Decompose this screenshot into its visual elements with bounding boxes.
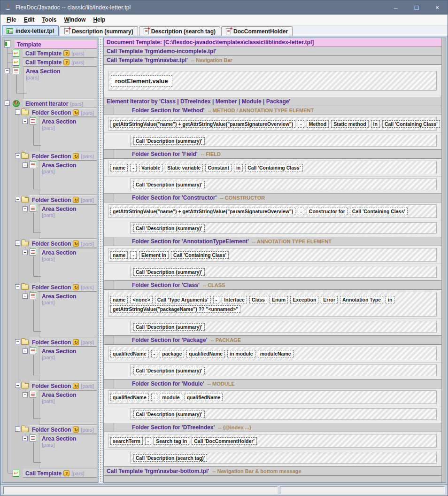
template-chip[interactable]: Element in (139, 251, 169, 259)
template-chip[interactable]: in (371, 120, 380, 128)
close-button[interactable]: × (427, 0, 448, 15)
tree-expand-toggle[interactable] (23, 163, 28, 168)
template-chip[interactable]: module (160, 394, 182, 401)
tree-node-folder-section[interactable]: Folder Section↻[pars] (30, 425, 97, 434)
template-chip[interactable]: Variable (139, 164, 162, 171)
tree-expand-toggle[interactable] (23, 392, 28, 397)
template-chip[interactable]: - (298, 120, 304, 128)
tree-node-call-template[interactable]: Call Template?[pars] (23, 58, 97, 67)
template-chip[interactable]: Static method (331, 120, 368, 128)
tree-node-folder-section[interactable]: Folder Section↻[pars] (30, 108, 97, 117)
template-chip[interactable]: qualifiedName (110, 350, 149, 357)
tree-node-folder-section[interactable]: Folder Section↻[pars] (30, 283, 97, 292)
template-chip[interactable]: name (110, 296, 128, 303)
template-chip[interactable]: Enum (270, 296, 288, 303)
scrollbar-track[interactable] (441, 38, 446, 482)
tree-expand-toggle[interactable] (5, 101, 10, 106)
folder-section-header[interactable]: Folder Section for 'DTreeIndex' -- {@ind… (104, 423, 441, 432)
template-chip[interactable]: getAttrStringValue("name") + getAttrStri… (110, 208, 295, 215)
template-chip[interactable]: Error (321, 296, 338, 303)
template-chip[interactable]: - (130, 164, 137, 171)
tab-doccommentholder[interactable]: DocCommentHolder (221, 26, 293, 36)
menu-tools[interactable]: Tools (38, 15, 60, 24)
template-chip[interactable]: - (130, 251, 137, 259)
folder-section-header[interactable]: Folder Section for 'Method' -- METHOD / … (104, 106, 441, 115)
tree-node-folder-section[interactable]: Folder Section↻[pars] (30, 381, 97, 390)
tree-expand-toggle[interactable] (15, 383, 20, 388)
splitter-handle[interactable] (98, 38, 103, 483)
template-chip[interactable]: qualifiedName (185, 394, 223, 401)
tree-expand-toggle[interactable] (23, 436, 28, 441)
tree-node-folder-section[interactable]: Folder Section↻[pars] (30, 152, 97, 161)
tree-node-area-section[interactable]: Area Section[pars] (39, 292, 97, 337)
folder-section-header[interactable]: Folder Section for 'AnnotationTypeElemen… (104, 237, 441, 246)
template-chip[interactable]: Annotation Type (340, 296, 383, 303)
call-template-header-demo-incomplete[interactable]: Call Template 'frgm\demo-incomplete.tpl' (104, 47, 441, 56)
tree-node-folder-section[interactable]: Folder Section↻[pars] (30, 195, 97, 204)
menu-window[interactable]: Window (61, 15, 90, 24)
call-template-header-navbar[interactable]: Call Template 'frgm\navbar.tpl' -- Navig… (104, 56, 441, 65)
template-chip[interactable]: Exception (290, 296, 318, 303)
tree-expand-toggle[interactable] (23, 349, 28, 354)
tree-expand-toggle[interactable] (5, 68, 10, 73)
folder-section-header[interactable]: Folder Section for 'Package' -- PACKAGE (104, 336, 441, 345)
tree-expand-toggle[interactable] (15, 197, 20, 202)
tree-node-area-section[interactable]: Area Section[pars] (39, 390, 97, 425)
tree-node-area-section[interactable]: Area Section[pars] (23, 67, 97, 99)
template-chip[interactable]: searchTerm (110, 437, 143, 445)
call-description-chip[interactable]: Call 'Description (summary)' (133, 411, 205, 418)
tab-index-letter-tpl[interactable]: index-letter.tpl (2, 25, 59, 36)
tab-description-summary-[interactable]: Description (summary) (60, 26, 138, 36)
tree-node-area-section[interactable]: Area Section[pars] (39, 117, 97, 151)
tree-expand-toggle[interactable] (15, 339, 20, 344)
template-chip[interactable]: Call 'Containing Class' (350, 208, 408, 215)
tree-expand-toggle[interactable] (23, 250, 28, 255)
tree-expand-toggle[interactable] (23, 119, 28, 124)
element-iterator-header[interactable]: Element Iterator by 'Class | DTreeIndex … (104, 97, 441, 106)
template-chip[interactable]: <none> (130, 296, 152, 303)
maximize-button[interactable]: □ (406, 0, 427, 15)
menu-file[interactable]: File (3, 15, 20, 24)
tree-node-area-section[interactable]: Area Section[pars] (39, 434, 97, 468)
tab-description-search-tag-[interactable]: Description (search tag) (139, 26, 220, 36)
tree-node-folder-section[interactable]: Folder Section↻[pars] (30, 338, 97, 347)
template-chip[interactable]: qualifiedName (110, 394, 149, 401)
tree-expand-toggle[interactable] (15, 240, 20, 246)
folder-section-header[interactable]: Folder Section for 'Class' -- CLASS (104, 281, 441, 290)
template-chip[interactable]: Method (307, 120, 329, 128)
tree-node-area-section[interactable]: Area Section[pars] (39, 248, 97, 282)
template-chip[interactable]: name (110, 251, 128, 259)
call-description-chip[interactable]: Call 'Description (summary)' (133, 367, 205, 374)
template-chip[interactable]: Constructor for (307, 208, 348, 215)
tree-expand-toggle[interactable] (15, 109, 20, 115)
template-chip[interactable]: Interface (222, 296, 247, 303)
call-template-bottom-header[interactable]: Call Template 'frgm\navbar-bottom.tpl' -… (104, 467, 441, 476)
tree-expand-toggle[interactable] (15, 284, 20, 289)
template-chip[interactable]: getAttrStringValue("name") + getAttrStri… (110, 120, 295, 128)
expression-chip[interactable]: rootElement.value (111, 75, 172, 87)
tree-expand-toggle[interactable] (23, 294, 28, 299)
menu-help[interactable]: Help (89, 15, 109, 24)
call-description-chip[interactable]: Call 'Description (summary)' (133, 181, 205, 188)
template-chip[interactable]: Call 'Containing Class' (245, 164, 303, 171)
template-chip[interactable]: - (151, 350, 158, 357)
template-chip[interactable]: name (110, 164, 128, 171)
template-chip[interactable]: Call 'Containing Class' (382, 120, 440, 128)
tree-node-area-section[interactable]: Area Section[pars] (39, 347, 97, 381)
template-chip[interactable]: package (160, 350, 184, 357)
tree-expand-toggle[interactable] (15, 153, 20, 158)
tree-node-template[interactable]: Template (15, 40, 97, 49)
tree-node-folder-section[interactable]: Folder Section↻[pars] (30, 239, 97, 248)
call-description-chip[interactable]: Call 'Description (search tag)' (133, 454, 207, 462)
template-chip[interactable]: Call 'Type Arguments' (155, 296, 211, 303)
template-chip[interactable]: - (213, 296, 220, 303)
call-description-chip[interactable]: Call 'Description (summary)' (133, 225, 205, 232)
template-chip[interactable]: in (386, 296, 394, 303)
tree-node-call-template[interactable]: Call Template?[pars] (23, 49, 97, 58)
folder-section-header[interactable]: Folder Section for 'Field' -- FIELD (104, 150, 441, 159)
template-chip[interactable]: Call 'DocCommentHolder' (192, 437, 257, 445)
template-chip[interactable]: in module (227, 350, 255, 357)
tree-node-call-template[interactable]: Call Template?[pars] (23, 469, 97, 478)
tree-expand-toggle[interactable] (15, 426, 20, 432)
template-chip[interactable]: getAttrStringValue("packageName") ?? "<u… (110, 305, 240, 313)
